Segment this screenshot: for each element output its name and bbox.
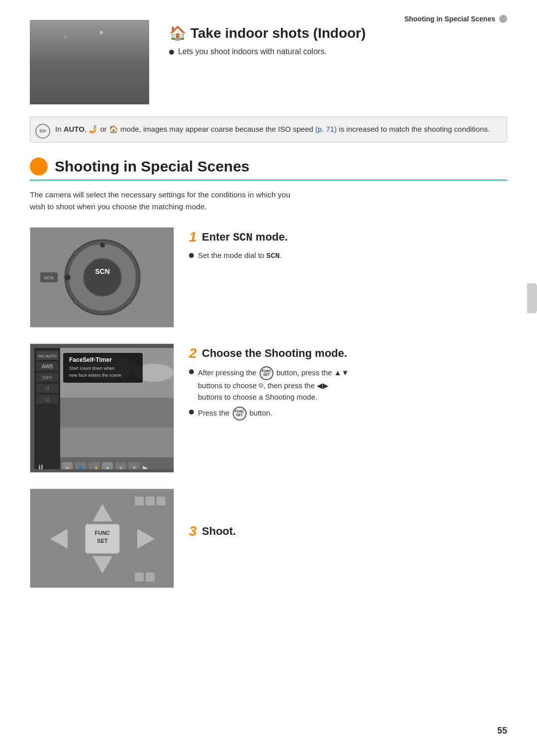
note-text: In AUTO, 🤳 or 🏠 mode, images may appear … <box>55 125 490 133</box>
step1-row: SCN SCN 1 Enter SCN mode. Set the mode d… <box>30 227 507 328</box>
svg-text:/OFF: /OFF <box>42 375 53 380</box>
step2-title: Choose the Shooting mode. <box>202 347 347 359</box>
step2-number: 2 <box>189 345 197 361</box>
svg-text:AWB: AWB <box>42 364 53 369</box>
svg-point-20 <box>128 300 132 304</box>
top-label-circle <box>499 15 507 23</box>
svg-rect-0 <box>30 20 149 104</box>
svg-text:SCN: SCN <box>44 275 53 280</box>
step2-image: ISO AUTO AWB /OFF □ □ iL FaceSelf-Timer … <box>30 343 174 473</box>
svg-text:Start count down when: Start count down when <box>69 366 115 371</box>
top-section-label: Shooting in Special Scenes <box>404 15 507 23</box>
svg-rect-34 <box>59 427 174 457</box>
svg-rect-72 <box>135 497 144 505</box>
step1-scn: SCN <box>233 232 253 244</box>
step1-title: Enter SCN mode. <box>202 231 288 243</box>
section-header: Shooting in Special Scenes <box>30 158 507 181</box>
note-icon: ✏ <box>35 124 50 139</box>
indoor-bullet-text: Lets you shoot indoors with natural colo… <box>178 47 327 56</box>
section-description: The camera will select the necessary set… <box>30 189 507 214</box>
svg-text:FaceSelf-Timer: FaceSelf-Timer <box>69 356 112 363</box>
top-label-text: Shooting in Special Scenes <box>404 15 495 23</box>
section-description-line2: wish to shoot when you choose the matchi… <box>30 202 207 211</box>
step1-number: 1 <box>189 229 197 245</box>
section-description-line1: The camera will select the necessary set… <box>30 190 290 199</box>
svg-text:▶: ▶ <box>143 464 148 469</box>
svg-rect-9 <box>37 80 47 87</box>
page-tab-handle <box>527 283 537 313</box>
step1-bullet-text: Set the mode dial to SCN. <box>198 250 282 262</box>
note-modes: AUTO <box>64 125 85 133</box>
svg-rect-11 <box>119 30 134 50</box>
step2-bullet-dot1 <box>189 369 194 374</box>
svg-text:☀: ☀ <box>65 466 70 469</box>
indoor-photo <box>30 20 149 104</box>
svg-rect-13 <box>30 89 149 104</box>
svg-point-18 <box>128 251 132 254</box>
page-container: Shooting in Special Scenes <box>0 0 537 756</box>
step1-image: SCN SCN <box>30 227 174 328</box>
step2-row: ISO AUTO AWB /OFF □ □ iL FaceSelf-Timer … <box>30 343 507 473</box>
restaurant-scene-image <box>30 20 149 104</box>
step2-bullet2-text: Press the FUNCSET button. <box>198 407 272 420</box>
svg-point-21 <box>73 300 77 304</box>
step1-heading: 1 Enter SCN mode. <box>189 229 507 245</box>
svg-point-2 <box>94 27 104 37</box>
note-link[interactable]: (p. 71) <box>315 125 337 133</box>
indoor-header-text: 🏠 Take indoor shots (Indoor) Lets you sh… <box>169 20 507 59</box>
svg-point-24 <box>84 258 121 296</box>
note-modes2: 🤳 <box>89 125 98 133</box>
svg-point-17 <box>100 243 105 248</box>
func-btn-image: FUNC SET <box>30 489 174 588</box>
step2-bullet2: Press the FUNCSET button. <box>189 407 507 420</box>
page-number: 55 <box>497 726 507 736</box>
step1-bullets: Set the mode dial to SCN. <box>189 250 507 262</box>
svg-rect-75 <box>135 573 144 582</box>
step1-scn-bold: SCN <box>267 252 280 260</box>
indoor-title: 🏠 Take indoor shots (Indoor) <box>169 25 507 41</box>
svg-rect-6 <box>109 57 137 80</box>
step2-content: 2 Choose the Shooting mode. After pressi… <box>189 343 507 424</box>
step1-bullet-dot <box>189 253 194 258</box>
svg-text:8: 8 <box>133 466 136 469</box>
svg-text:🌙: 🌙 <box>91 465 97 469</box>
svg-point-19 <box>137 275 141 279</box>
indoor-bullet: Lets you shoot indoors with natural colo… <box>169 47 507 56</box>
step2-bullets: After pressing the FUNCSET button, press… <box>189 366 507 420</box>
svg-text:iL: iL <box>38 463 46 469</box>
svg-rect-7 <box>37 55 47 62</box>
svg-rect-5 <box>80 65 104 82</box>
svg-text:✦: ✦ <box>105 466 109 469</box>
svg-text:SET: SET <box>97 538 108 544</box>
indoor-icon: 🏠 <box>169 25 186 41</box>
svg-text:□: □ <box>46 386 49 391</box>
svg-text:ISO AUTO: ISO AUTO <box>38 354 57 358</box>
svg-point-3 <box>125 33 133 41</box>
indoor-title-text: Take indoor shots (Indoor) <box>190 25 366 41</box>
orange-circle-icon <box>30 158 48 175</box>
bullet-dot-indoor <box>169 50 174 55</box>
step1-content: 1 Enter SCN mode. Set the mode dial to S… <box>189 227 507 266</box>
svg-text:SCN: SCN <box>95 267 110 275</box>
step2-bullet-dot2 <box>189 410 194 415</box>
svg-point-26 <box>65 274 71 280</box>
svg-point-1 <box>54 29 66 41</box>
indoor-section: 🏠 Take indoor shots (Indoor) Lets you sh… <box>30 20 507 104</box>
menu-screen-image: ISO AUTO AWB /OFF □ □ iL FaceSelf-Timer … <box>30 344 174 473</box>
svg-rect-10 <box>62 80 72 87</box>
svg-point-12 <box>119 21 134 36</box>
step3-number: 3 <box>189 523 197 539</box>
note-modes3: 🏠 <box>109 125 118 133</box>
step3-row: FUNC SET 3 Shoot. <box>30 489 507 588</box>
step1-bullet1: Set the mode dial to SCN. <box>189 250 507 262</box>
svg-rect-4 <box>40 60 70 80</box>
func-set-button-icon2: FUNCSET <box>233 407 247 420</box>
step2-bullet1: After pressing the FUNCSET button, press… <box>189 366 507 403</box>
step3-image: FUNC SET <box>30 489 174 588</box>
svg-text:new face enters the scene: new face enters the scene <box>69 373 121 378</box>
svg-rect-74 <box>157 497 166 505</box>
step2-bullet1-text: After pressing the FUNCSET button, press… <box>198 366 349 403</box>
section-main-title: Shooting in Special Scenes <box>55 158 250 175</box>
scn-face-icon: ☺ <box>259 381 264 390</box>
step3-heading: 3 Shoot. <box>189 523 507 539</box>
